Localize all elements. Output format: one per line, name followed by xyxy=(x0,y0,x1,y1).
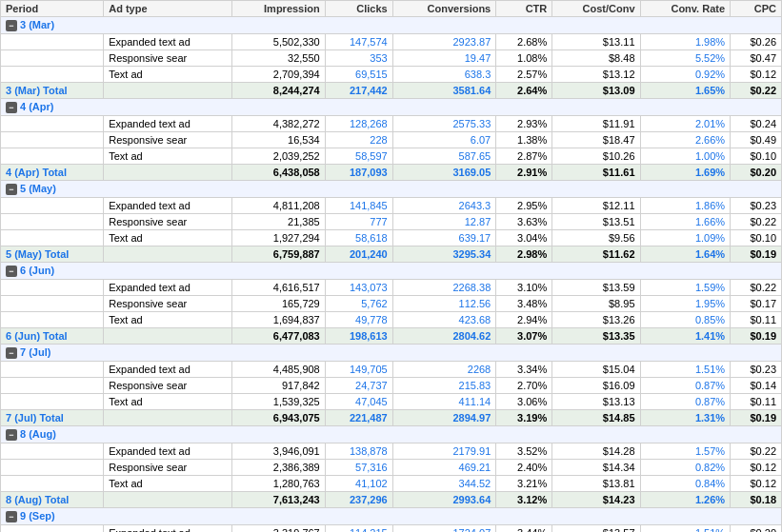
cell-conversions: 587.65 xyxy=(392,148,496,165)
cell-cpc: $0.11 xyxy=(731,394,782,410)
cell-clicks: 128,268 xyxy=(325,116,392,132)
cell-conversions: 2268 xyxy=(392,362,496,378)
total-cpc: $0.20 xyxy=(731,165,782,181)
total-impression: 8,244,274 xyxy=(232,83,325,99)
cell-impression: 1,280,763 xyxy=(232,476,325,492)
cell-adtype: Text ad xyxy=(104,476,232,492)
cell-adtype: Responsive sear xyxy=(104,378,232,394)
cell-ctr: 3.21% xyxy=(496,476,552,492)
col-header-convrate: Conv. Rate xyxy=(640,1,731,17)
total-conversions: 3169.05 xyxy=(392,165,496,181)
total-adtype xyxy=(104,328,232,345)
table-row: Responsive sear165,7295,762112.563.48%$8… xyxy=(1,296,782,312)
cell-costconv: $13.81 xyxy=(552,476,640,492)
cell-conversions: 2268.38 xyxy=(392,280,496,296)
cell-impression: 165,729 xyxy=(232,296,325,312)
cell-period xyxy=(1,525,104,533)
total-period: 5 (May) Total xyxy=(1,246,104,263)
cell-ctr: 2.70% xyxy=(496,378,552,394)
table-row: Responsive sear2,386,38957,316469.212.40… xyxy=(1,460,782,476)
total-conversions: 2993.64 xyxy=(392,492,496,508)
cell-convrate: 0.92% xyxy=(640,67,731,83)
cell-impression: 4,382,272 xyxy=(232,116,325,132)
cell-clicks: 138,878 xyxy=(325,443,392,460)
table-row: Responsive sear21,38577712.873.63%$13.51… xyxy=(1,214,782,230)
cell-adtype: Responsive sear xyxy=(104,214,232,230)
total-cpc: $0.18 xyxy=(731,492,782,508)
total-impression: 6,943,075 xyxy=(232,410,325,426)
table-row: Expanded text ad3,946,091138,8782179.913… xyxy=(1,443,782,460)
cell-clicks: 5,762 xyxy=(325,296,392,312)
cell-period xyxy=(1,132,104,148)
cell-cpc: $0.14 xyxy=(731,378,782,394)
total-convrate: 1.31% xyxy=(640,410,731,426)
cell-conversions: 12.87 xyxy=(392,214,496,230)
total-conversions: 3581.64 xyxy=(392,83,496,99)
cell-impression: 2,039,252 xyxy=(232,148,325,165)
cell-cpc: $0.17 xyxy=(731,296,782,312)
cell-costconv: $16.09 xyxy=(552,378,640,394)
cell-convrate: 1.66% xyxy=(640,214,731,230)
cell-clicks: 777 xyxy=(325,214,392,230)
cell-convrate: 1.57% xyxy=(640,443,731,460)
col-header-adtype: Ad type xyxy=(104,1,232,17)
col-header-clicks: Clicks xyxy=(325,1,392,17)
cell-period xyxy=(1,476,104,492)
collapse-button[interactable]: − xyxy=(6,266,17,277)
cell-cpc: $0.22 xyxy=(731,443,782,460)
cell-ctr: 1.08% xyxy=(496,50,552,67)
cell-impression: 21,385 xyxy=(232,214,325,230)
cell-period xyxy=(1,280,104,296)
collapse-button[interactable]: − xyxy=(6,20,17,31)
cell-convrate: 0.87% xyxy=(640,394,731,410)
cell-period xyxy=(1,443,104,460)
cell-ctr: 2.93% xyxy=(496,116,552,132)
cell-cpc: $0.12 xyxy=(731,460,782,476)
total-adtype xyxy=(104,492,232,508)
cell-adtype: Responsive sear xyxy=(104,132,232,148)
cell-costconv: $10.26 xyxy=(552,148,640,165)
total-impression: 6,438,058 xyxy=(232,165,325,181)
total-row: 4 (Apr) Total6,438,058187,0933169.052.91… xyxy=(1,165,782,181)
cell-conversions: 2179.91 xyxy=(392,443,496,460)
cell-cpc: $0.24 xyxy=(731,116,782,132)
cell-ctr: 2.68% xyxy=(496,34,552,50)
cell-convrate: 5.52% xyxy=(640,50,731,67)
cell-ctr: 3.10% xyxy=(496,280,552,296)
cell-costconv: $13.57 xyxy=(552,525,640,533)
total-row: 7 (Jul) Total6,943,075221,4872894.973.19… xyxy=(1,410,782,426)
period-label: 7 (Jul) xyxy=(20,346,50,358)
period-label: 8 (Aug) xyxy=(20,428,56,440)
collapse-button[interactable]: − xyxy=(6,184,17,195)
collapse-button[interactable]: − xyxy=(6,429,17,441)
cell-convrate: 1.09% xyxy=(640,230,731,246)
cell-conversions: 639.17 xyxy=(392,230,496,246)
cell-costconv: $13.12 xyxy=(552,67,640,83)
cell-impression: 917,842 xyxy=(232,378,325,394)
cell-impression: 1,927,294 xyxy=(232,230,325,246)
cell-clicks: 58,618 xyxy=(325,230,392,246)
cell-conversions: 215.83 xyxy=(392,378,496,394)
cell-impression: 16,534 xyxy=(232,132,325,148)
collapse-button[interactable]: − xyxy=(6,102,17,113)
cell-adtype: Expanded text ad xyxy=(104,443,232,460)
collapse-button[interactable]: − xyxy=(6,347,17,359)
table-row: Expanded text ad4,616,517143,0732268.383… xyxy=(1,280,782,296)
cell-period xyxy=(1,378,104,394)
cell-cpc: $0.26 xyxy=(731,34,782,50)
cell-adtype: Text ad xyxy=(104,312,232,328)
cell-conversions: 469.21 xyxy=(392,460,496,476)
cell-conversions: 411.14 xyxy=(392,394,496,410)
total-convrate: 1.41% xyxy=(640,328,731,345)
total-ctr: 3.07% xyxy=(496,328,552,345)
total-cpc: $0.19 xyxy=(731,328,782,345)
cell-convrate: 0.85% xyxy=(640,312,731,328)
col-header-ctr: CTR xyxy=(496,1,552,17)
total-period: 3 (Mar) Total xyxy=(1,83,104,99)
cell-impression: 2,709,394 xyxy=(232,67,325,83)
total-ctr: 2.64% xyxy=(496,83,552,99)
group-header-row: −7 (Jul) xyxy=(1,345,782,362)
group-header-row: −6 (Jun) xyxy=(1,263,782,280)
collapse-button[interactable]: − xyxy=(6,511,17,522)
total-impression: 6,477,083 xyxy=(232,328,325,345)
